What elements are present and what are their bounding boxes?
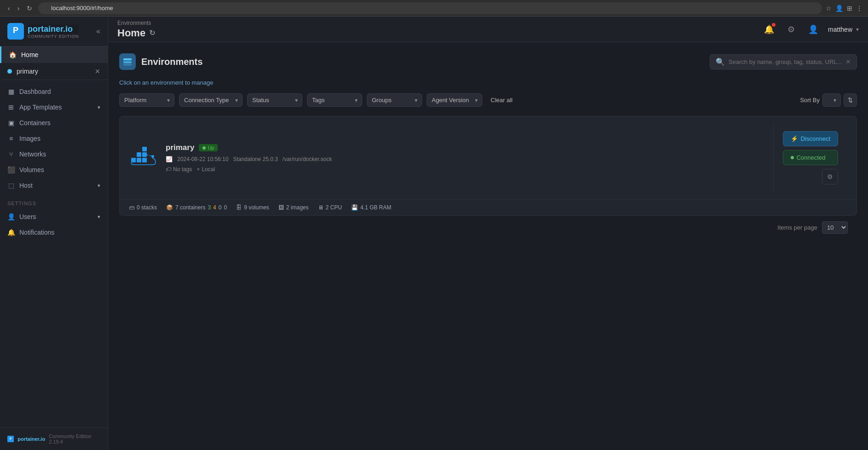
settings-icon[interactable]: ⚙ <box>784 22 799 37</box>
user-menu-chevron-icon: ▾ <box>856 26 859 33</box>
sidebar: P portainer.io COMMUNITY EDITION « 🏠 Hom… <box>0 17 108 450</box>
portainer-logo-icon: P <box>7 23 24 40</box>
disconnect-button[interactable]: ⚡ Disconnect <box>783 131 838 146</box>
containers-other: 0 <box>224 204 227 211</box>
host-arrow-icon: ▾ <box>98 183 100 189</box>
footer-edition-text: Community Edition 2.19.4 <box>49 433 100 444</box>
content-area: Environments 🔍 ✕ Click on an environment… <box>108 42 868 450</box>
app-templates-arrow-icon: ▾ <box>98 104 100 110</box>
agent-version-filter-wrap: Agent Version <box>427 93 482 107</box>
sidebar-item-dashboard[interactable]: ▦ Dashboard <box>0 84 108 99</box>
env-indicator-dot <box>7 69 12 74</box>
page-refresh-icon[interactable]: ↻ <box>149 29 155 37</box>
networks-label: Networks <box>19 150 46 158</box>
app-templates-icon: ⊞ <box>7 104 15 111</box>
users-icon: 👤 <box>7 213 15 220</box>
tags-filter[interactable]: Tags <box>307 93 362 107</box>
tag-icon: 🏷 <box>166 166 171 173</box>
sidebar-collapse-button[interactable]: « <box>96 27 100 35</box>
sidebar-item-networks[interactable]: ⑂ Networks <box>0 146 108 162</box>
address-bar[interactable] <box>38 2 822 14</box>
logo-main-text: portainer.io <box>28 24 79 34</box>
sort-select[interactable] <box>822 93 841 107</box>
sidebar-item-images[interactable]: ≡ Images <box>0 131 108 146</box>
bookmark-icon[interactable]: ☆ <box>826 5 832 12</box>
status-filter[interactable]: Status <box>247 93 302 107</box>
clear-all-button[interactable]: Clear all <box>487 94 516 106</box>
local-plus-icon: + <box>197 166 200 173</box>
more-icon[interactable]: ⋮ <box>856 5 862 12</box>
sidebar-item-host[interactable]: ⬚ Host ▾ <box>0 178 108 193</box>
settings-section-label: Settings <box>0 193 108 209</box>
sort-direction-toggle[interactable]: ⇅ <box>844 93 857 107</box>
sidebar-item-app-templates[interactable]: ⊞ App Templates ▾ <box>0 99 108 115</box>
svg-rect-5 <box>123 61 132 63</box>
sidebar-env-name: primary <box>17 68 90 75</box>
browser-chrome: ‹ › ↻ 🛡 ☆ 👤 ⊞ ⋮ <box>0 0 868 17</box>
user-menu[interactable]: matthew ▾ <box>828 26 859 33</box>
no-tags-label: No tags <box>173 166 192 173</box>
environments-icon-svg <box>122 57 133 67</box>
notification-button[interactable]: 🔔 <box>762 22 776 37</box>
containers-red: 0 <box>219 204 222 211</box>
sidebar-logo: P portainer.io COMMUNITY EDITION « <box>0 17 108 46</box>
sort-select-wrap <box>822 93 841 107</box>
breadcrumb: Environments <box>117 20 155 26</box>
volumes-icon: ⬛ <box>7 166 15 173</box>
tags-filter-wrap: Tags <box>307 93 362 107</box>
user-profile-icon[interactable]: 👤 <box>806 22 821 37</box>
environments-section-icon <box>119 53 136 70</box>
stat-stacks: 🗃 0 stacks <box>129 204 157 211</box>
sidebar-item-containers[interactable]: ▣ Containers <box>0 115 108 131</box>
env-card-inner: primary Up 📈 2024-08-22 10:56:10 Standal… <box>120 116 856 199</box>
images-value: 2 images <box>286 204 309 211</box>
env-status-badge: Up <box>199 144 218 151</box>
browser-right-icons: ☆ 👤 ⊞ ⋮ <box>826 5 862 12</box>
page-title-text: Home <box>117 27 145 39</box>
sidebar-item-users[interactable]: 👤 Users ▾ <box>0 209 108 225</box>
search-clear-button[interactable]: ✕ <box>845 58 851 65</box>
sidebar-item-volumes[interactable]: ⬛ Volumes <box>0 162 108 178</box>
env-local-tag: + Local <box>197 166 215 173</box>
containers-green: 3 <box>208 204 211 211</box>
status-filter-wrap: Status <box>247 93 302 107</box>
reload-button[interactable]: ↻ <box>24 4 35 13</box>
stat-images: 🖼 2 images <box>278 204 309 211</box>
groups-filter-wrap: Groups <box>367 93 422 107</box>
section-title: Environments <box>141 57 203 67</box>
extensions-icon[interactable]: ⊞ <box>847 5 852 12</box>
groups-filter[interactable]: Groups <box>367 93 422 107</box>
home-label: Home <box>21 51 38 58</box>
pagination: Items per page 10 25 50 100 <box>119 216 857 239</box>
sidebar-logo-text: portainer.io COMMUNITY EDITION <box>28 24 79 39</box>
svg-rect-12 <box>142 147 147 151</box>
search-input[interactable] <box>729 58 842 65</box>
platform-filter[interactable]: Platform <box>119 93 174 107</box>
forward-button[interactable]: › <box>15 4 22 13</box>
browser-nav: ‹ › ↻ <box>6 4 35 13</box>
containers-value: 7 containers <box>175 204 205 211</box>
host-icon: ⬚ <box>7 182 15 189</box>
connection-type-filter[interactable]: Connection Type <box>179 93 243 107</box>
environment-card-primary[interactable]: primary Up 📈 2024-08-22 10:56:10 Standal… <box>119 116 857 216</box>
env-stats: 🗃 0 stacks 📦 7 containers 3 4 0 0 🗄 9 vo… <box>120 199 856 215</box>
sidebar-item-notifications[interactable]: 🔔 Notifications <box>0 225 108 240</box>
page-size-select[interactable]: 10 25 50 100 <box>822 221 848 234</box>
main-content: Environments Home ↻ 🔔 ⚙ 👤 matthew ▾ <box>108 17 868 450</box>
volumes-icon: 🗄 <box>236 204 242 211</box>
env-settings-button[interactable]: ⚙ <box>822 169 838 185</box>
images-icon: ≡ <box>7 135 15 142</box>
env-type: Standalone 25.0.3 <box>233 156 278 162</box>
stat-ram: 💾 4.1 GB RAM <box>351 204 391 211</box>
images-label: Images <box>19 135 41 142</box>
back-button[interactable]: ‹ <box>6 4 12 13</box>
profile-icon[interactable]: 👤 <box>835 5 843 12</box>
env-timestamp: 2024-08-22 10:56:10 <box>177 156 228 162</box>
sidebar-env-close-button[interactable]: ✕ <box>95 68 100 75</box>
local-label: Local <box>202 166 215 173</box>
sidebar-env-primary[interactable]: primary ✕ <box>0 63 108 80</box>
sidebar-item-home[interactable]: 🏠 Home <box>0 46 108 63</box>
sidebar-nav: ▦ Dashboard ⊞ App Templates ▾ ▣ Containe… <box>0 80 108 427</box>
agent-version-filter[interactable]: Agent Version <box>427 93 482 107</box>
disconnect-icon: ⚡ <box>791 135 798 142</box>
